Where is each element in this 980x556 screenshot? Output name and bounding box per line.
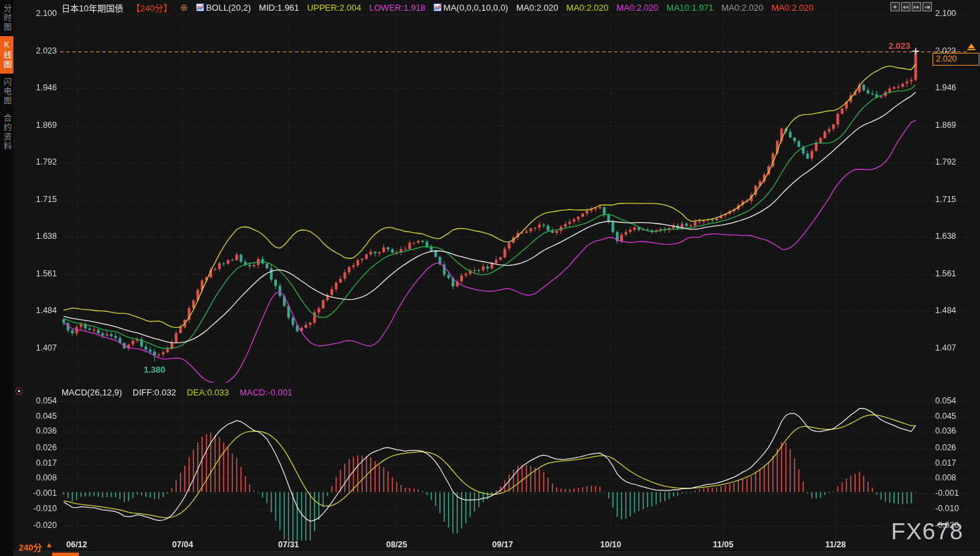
indicator-readout: MID:1.961 [259,3,299,13]
macd-axis-label: 0.026 [20,443,57,452]
indicator-text: MID:1.961 [259,3,299,13]
low-price-label: 1.380 [134,365,175,375]
price-alert-icon[interactable] [967,43,975,52]
price-axis-label: 1.869 [20,120,57,130]
price-axis-label: 1.715 [935,195,972,204]
indicator-text: MA0:2.020 [616,3,658,13]
price-axis-label: 2.100 [935,9,972,18]
sidebar-item-tab[interactable]: 分时图 [0,0,13,36]
indicator-readout: MA0:2.020 [516,3,559,13]
chart-canvas[interactable] [0,0,980,556]
price-axis-label: 1.946 [935,83,972,92]
last-price-box[interactable]: 2.020 [933,53,979,66]
date-label: 07/04 [164,540,201,549]
price-axis-label: 1.792 [935,157,972,167]
macd-axis-label: 0.036 [20,426,57,436]
indicator-text: UPPER:2.004 [307,3,361,13]
scrollbar-track[interactable] [13,551,980,556]
scrollbar-thumb[interactable] [52,553,79,556]
high-price-label: 2.023 [869,41,910,51]
macd-axis-label: -0.001 [20,488,57,498]
price-axis-label: 1.946 [20,83,57,92]
crosshair-icon[interactable] [15,387,23,395]
indicator-text: LOWER:1.918 [369,3,425,13]
date-label: 11/28 [817,540,854,549]
macd-axis-label: 0.017 [20,458,57,468]
sidebar: 分时图K线图闪电图合约资料 [0,0,13,556]
macd-diff-value: DIFF:0.032 [132,387,176,397]
indicator-readout: MA0:2.020 [771,3,813,13]
macd-axis-label: 0.054 [935,396,972,405]
date-label: 11/05 [704,540,742,549]
move-icon[interactable]: + [890,2,900,11]
price-axis-label: 1.561 [20,269,57,278]
period-badge[interactable]: 【240分】 [131,1,172,14]
macd-axis-label: 0.026 [935,443,972,452]
price-axis-label: 2.100 [20,9,57,18]
macd-axis-label: 0.017 [935,458,972,468]
indicator-chart-icon[interactable] [433,3,442,11]
macd-axis-label: 0.008 [20,473,57,482]
indicator-text: MA0:2.020 [771,3,813,13]
macd-readout-row: MACD(26,12,9) DIFF:0.032 DEA:0.033 MACD:… [62,387,292,397]
date-label: 06/12 [58,540,96,549]
price-axis-label: 1.407 [935,343,972,353]
indicator-chart-icon[interactable] [196,3,204,11]
zoom-y-axis-icon[interactable]: ↦ [912,2,921,11]
indicator-text: MA10:1.971 [666,3,713,13]
date-label: 09/17 [484,540,521,549]
macd-axis-label: 0.036 [935,426,972,436]
indicator-text: BOLL(20,2) [206,3,251,13]
watermark: FX678 [891,518,963,545]
indicator-readout: MA(0,0,0,10,0,0) [433,3,508,13]
price-axis-label: 1.407 [20,343,57,353]
chart-header: 日本10年期国债 【240分】 ⊕ BOLL(20,2)MID:1.961UPP… [62,2,813,13]
macd-axis-label: 0.008 [935,473,972,482]
circle-plus-icon[interactable]: ⊕ [180,3,188,12]
indicator-text: MA0:2.020 [721,3,763,13]
symbol-title: 日本10年期国债 [62,1,123,14]
price-axis-label: 1.484 [935,306,972,315]
macd-axis-label: 0.054 [20,396,57,405]
timeframe-up-triangle-icon[interactable]: ▲ [45,541,53,549]
price-axis-label: 1.561 [935,269,972,278]
macd-title: MACD(26,12,9) [62,387,122,397]
macd-macd-value: MACD:-0.001 [239,387,292,397]
macd-axis-label: -0.010 [935,504,972,513]
macd-axis-label: 0.045 [20,411,57,421]
indicator-readout: UPPER:2.004 [307,3,361,13]
indicator-readout: MA0:2.020 [567,3,609,13]
indicator-text: MA0:2.020 [567,3,609,13]
timeframe-label[interactable]: 240分 [19,541,42,553]
indicator-readout: LOWER:1.918 [369,3,425,13]
alert-triangle-icon [968,43,975,48]
price-axis-label: 1.715 [20,195,57,204]
date-label: 07/31 [270,540,307,549]
indicator-readout: MA0:2.020 [721,3,763,13]
chart-toolbar: +↤↦⇥ [890,2,932,11]
sidebar-item-tab[interactable]: 闪电图 [0,74,13,110]
indicator-text: MA(0,0,0,10,0,0) [444,3,508,13]
macd-axis-label: -0.001 [935,488,972,498]
price-axis-label: 1.484 [20,306,57,315]
price-axis-label: 1.638 [20,231,57,241]
zoom-x-axis-icon[interactable]: ↤ [901,2,910,11]
indicator-readout: BOLL(20,2) [196,3,251,13]
indicator-text: MA0:2.020 [516,3,559,13]
sidebar-item-active[interactable]: K线图 [0,36,13,74]
price-axis-label: 2.023 [20,46,57,56]
alert-base-icon [967,49,975,50]
indicator-readout: MA0:2.020 [616,3,658,13]
date-label: 10/10 [592,540,629,549]
price-axis-label: 1.638 [935,231,972,241]
macd-axis-label: 0.045 [935,411,972,421]
macd-axis-label: -0.010 [20,504,57,513]
price-axis-label: 1.869 [935,120,972,130]
price-axis-label: 1.792 [20,157,57,167]
pan-right-icon[interactable]: ⇥ [922,2,932,11]
trading-app-window: 分时图K线图闪电图合约资料 日本10年期国债 【240分】 ⊕ BOLL(20,… [0,0,980,556]
macd-axis-label: -0.020 [20,521,57,530]
date-label: 08/25 [378,540,415,549]
sidebar-item-tab[interactable]: 合约资料 [0,110,13,155]
macd-dea-value: DEA:0.033 [187,387,229,397]
